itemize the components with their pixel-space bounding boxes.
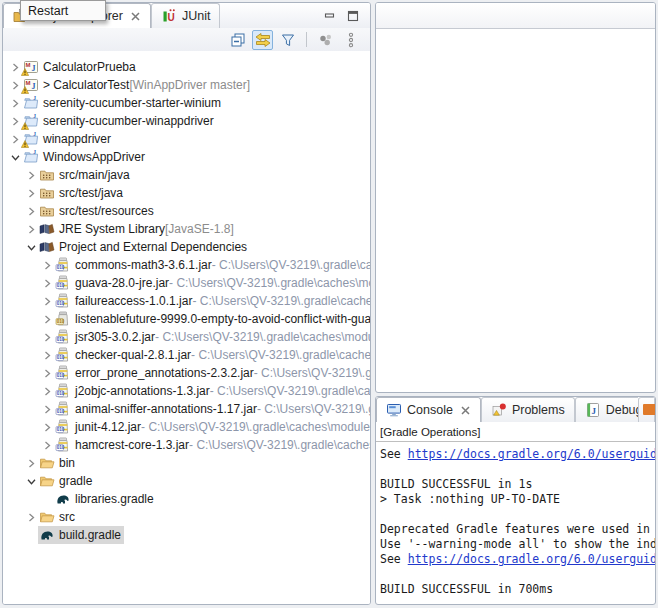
tree-item-src-test-resources[interactable]: src/test/resources bbox=[3, 202, 370, 220]
chevron-right-icon[interactable] bbox=[24, 459, 38, 468]
jar-icon: 010 bbox=[55, 383, 71, 399]
link-with-editor-button[interactable] bbox=[252, 30, 273, 50]
filter-button[interactable] bbox=[277, 30, 298, 50]
warning-overlay-icon bbox=[21, 86, 29, 94]
link-with-editor-icon bbox=[255, 32, 271, 48]
tree-item-bin[interactable]: bin bbox=[3, 454, 370, 472]
tree-item-serenity-cucumber-winappdriver[interactable]: Jserenity-cucumber-winappdriver bbox=[3, 112, 370, 130]
chevron-right-icon[interactable] bbox=[40, 333, 54, 342]
console-link[interactable]: https://docs.gradle.org/6.0/userguide bbox=[408, 552, 655, 566]
tree-item-libraries-gradle[interactable]: libraries.gradle bbox=[3, 490, 370, 508]
minimize-icon[interactable] bbox=[323, 9, 337, 23]
tree-item-src-main-java[interactable]: src/main/java bbox=[3, 166, 370, 184]
chevron-down-icon[interactable] bbox=[24, 243, 38, 252]
close-icon[interactable] bbox=[130, 11, 141, 22]
tree-item-build-gradle[interactable]: build.gradle bbox=[3, 526, 370, 544]
tree-item-content: MJCalculatorPrueba bbox=[22, 58, 139, 76]
chevron-right-icon[interactable] bbox=[40, 261, 54, 270]
tree-item-animal-sniffer-annotations-1-17-jar[interactable]: 010animal-sniffer-annotations-1.17.jar -… bbox=[3, 400, 370, 418]
tree-item-windowsappdriver[interactable]: JWindowsAppDriver bbox=[3, 148, 370, 166]
tree-item-jre-system-library[interactable]: JRE System Library [JavaSE-1.8] bbox=[3, 220, 370, 238]
chevron-right-icon[interactable] bbox=[24, 171, 38, 180]
chevron-right-icon[interactable] bbox=[8, 63, 22, 72]
tree-item-icon bbox=[39, 239, 55, 255]
tree-item-error-prone-annotations-2-3-2-jar[interactable]: 010error_prone_annotations-2.3.2.jar - C… bbox=[3, 364, 370, 382]
tree-item-label: guava-28.0-jre.jar bbox=[75, 276, 169, 290]
jar-icon: 010 bbox=[55, 257, 71, 273]
chevron-right-icon[interactable] bbox=[40, 279, 54, 288]
svg-text:010: 010 bbox=[57, 355, 65, 360]
console-link[interactable]: https://docs.gradle.org/6.0/userguide bbox=[408, 447, 655, 461]
source-folder-icon bbox=[39, 167, 55, 183]
tree-item-label: serenity-cucumber-starter-winium bbox=[43, 96, 221, 110]
tree-item-calculatorprueba[interactable]: MJCalculatorPrueba bbox=[3, 58, 370, 76]
tab-console[interactable]: Console bbox=[376, 397, 481, 422]
junit-icon: U bbox=[161, 8, 177, 24]
mylyn-focus-button[interactable] bbox=[315, 30, 336, 50]
svg-text:J: J bbox=[591, 406, 596, 416]
tab-debug-shell[interactable]: JDebug Shell bbox=[575, 397, 638, 422]
tree-item-calculatortest[interactable]: MJ> CalculatorTest [WinAppDriver master] bbox=[3, 76, 370, 94]
chevron-right-icon[interactable] bbox=[40, 351, 54, 360]
maximize-icon[interactable] bbox=[346, 9, 360, 23]
tree-item-icon: 010 bbox=[55, 437, 71, 453]
tree-item-label: error_prone_annotations-2.3.2.jar bbox=[75, 366, 254, 380]
chevron-right-icon[interactable] bbox=[40, 387, 54, 396]
tree-item-src[interactable]: src bbox=[3, 508, 370, 526]
chevron-right-icon[interactable] bbox=[8, 81, 22, 90]
chevron-right-icon[interactable] bbox=[24, 189, 38, 198]
tree-item-content: 010error_prone_annotations-2.3.2.jar - C… bbox=[54, 364, 370, 382]
tree-item-commons-math3-3-6-1-jar[interactable]: 010commons-math3-3.6.1.jar - C:\Users\QV… bbox=[3, 256, 370, 274]
chevron-right-icon[interactable] bbox=[8, 135, 22, 144]
tree-item-content: 010guava-28.0-jre.jar - C:\Users\QV-3219… bbox=[54, 274, 370, 292]
chevron-right-icon[interactable] bbox=[40, 405, 54, 414]
tree-item-hamcrest-core-1-3-jar[interactable]: 010hamcrest-core-1.3.jar - C:\Users\QV-3… bbox=[3, 436, 370, 454]
chevron-down-icon[interactable] bbox=[24, 477, 38, 486]
chevron-right-icon[interactable] bbox=[40, 423, 54, 432]
chevron-right-icon[interactable] bbox=[8, 99, 22, 108]
chevron-right-icon[interactable] bbox=[24, 225, 38, 234]
chevron-right-icon[interactable] bbox=[40, 369, 54, 378]
tree-item-label: libraries.gradle bbox=[75, 492, 154, 506]
tree-item-winappdriver[interactable]: Jwinappdriver bbox=[3, 130, 370, 148]
tree-item-project-and-external-dependencies[interactable]: Project and External Dependencies bbox=[3, 238, 370, 256]
tree-item-label: src/test/java bbox=[59, 186, 123, 200]
tree-item-content: src bbox=[38, 508, 78, 526]
tab-partial[interactable] bbox=[638, 397, 655, 422]
gradle-project-icon: J bbox=[23, 149, 39, 165]
chevron-right-icon[interactable] bbox=[40, 441, 54, 450]
svg-text:J: J bbox=[33, 149, 36, 155]
collapse-all-button[interactable] bbox=[227, 30, 248, 50]
chevron-down-icon[interactable] bbox=[8, 153, 22, 162]
chevron-right-icon[interactable] bbox=[40, 315, 54, 324]
close-icon[interactable] bbox=[460, 405, 471, 416]
chevron-right-icon[interactable] bbox=[24, 513, 38, 522]
chevron-right-icon[interactable] bbox=[24, 207, 38, 216]
tree-item-content: build.gradle bbox=[38, 526, 124, 544]
console-text: See bbox=[380, 447, 408, 461]
tree-item-label: CalculatorPrueba bbox=[43, 60, 136, 74]
tab-junit[interactable]: UJUnit bbox=[151, 3, 220, 28]
jar-icon: 010 bbox=[55, 437, 71, 453]
tree-item-failureaccess-1-0-1-jar[interactable]: 010failureaccess-1.0.1.jar - C:\Users\QV… bbox=[3, 292, 370, 310]
tree-item-path: - C:\Users\QV-3219\.gradle\caches bbox=[212, 258, 370, 272]
tree-item-checker-qual-2-8-1-jar[interactable]: 010checker-qual-2.8.1.jar - C:\Users\QV-… bbox=[3, 346, 370, 364]
tree-item-gradle[interactable]: gradle bbox=[3, 472, 370, 490]
console-text: Use '--warning-mode all' to show the ind… bbox=[380, 537, 655, 551]
tree-item-path: - C:\Users\QV-3219\.gradle\caches\module… bbox=[141, 420, 370, 434]
tree-item-guava-28-0-jre-jar[interactable]: 010guava-28.0-jre.jar - C:\Users\QV-3219… bbox=[3, 274, 370, 292]
tree-item-serenity-cucumber-starter-winium[interactable]: Jserenity-cucumber-starter-winium bbox=[3, 94, 370, 112]
gradle-project-icon: J bbox=[23, 95, 39, 111]
tree-item-jsr305-3-0-2-jar[interactable]: 010jsr305-3.0.2.jar - C:\Users\QV-3219\.… bbox=[3, 328, 370, 346]
console-panel: ConsoleProblemsJDebug Shell [Gradle Oper… bbox=[375, 396, 656, 605]
svg-text:J: J bbox=[32, 82, 36, 91]
tree-item-j2objc-annotations-1-3-jar[interactable]: 010j2objc-annotations-1.3.jar - C:\Users… bbox=[3, 382, 370, 400]
tree-item-src-test-java[interactable]: src/test/java bbox=[3, 184, 370, 202]
chevron-right-icon[interactable] bbox=[40, 297, 54, 306]
chevron-right-icon[interactable] bbox=[8, 117, 22, 126]
tree-item-content: 010listenablefuture-9999.0-empty-to-avoi… bbox=[54, 310, 370, 328]
tab-problems[interactable]: Problems bbox=[481, 397, 575, 422]
tree-item-listenablefuture-9999-0-empty-to-avoid-conflict-with-guava-jar[interactable]: 010listenablefuture-9999.0-empty-to-avoi… bbox=[3, 310, 370, 328]
view-menu-button[interactable] bbox=[340, 30, 361, 50]
tree-item-junit-4-12-jar[interactable]: 010junit-4.12.jar - C:\Users\QV-3219\.gr… bbox=[3, 418, 370, 436]
